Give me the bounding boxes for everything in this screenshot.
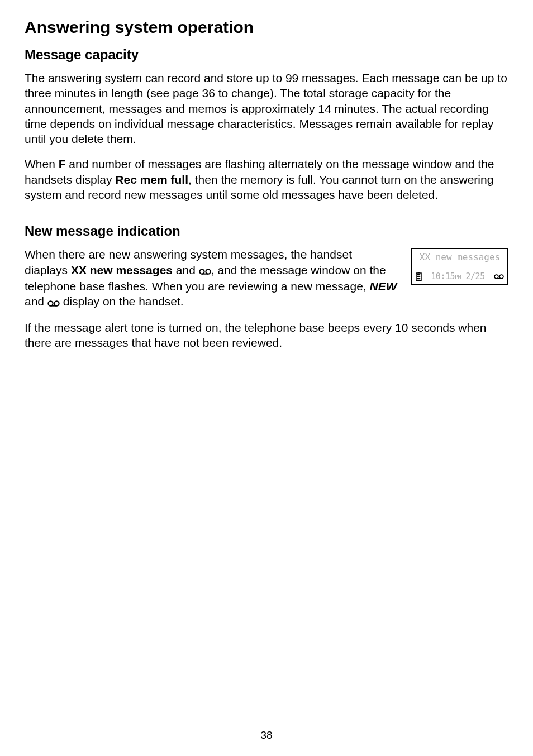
bold-f: F xyxy=(59,157,66,170)
bold-xx-new-messages: XX new messages xyxy=(71,264,173,276)
svg-point-1 xyxy=(206,270,210,274)
indication-para-1: When there are new answering system mess… xyxy=(25,247,398,310)
svg-point-4 xyxy=(54,301,59,305)
tape-icon xyxy=(47,295,60,310)
section-heading-capacity: Message capacity xyxy=(25,47,508,63)
lcd-line-2: 10:15PM 2/25 xyxy=(415,271,505,281)
bold-rec-mem-full: Rec mem full xyxy=(115,173,188,186)
page-title: Answering system operation xyxy=(25,18,508,37)
indication-para-2: If the message alert tone is turned on, … xyxy=(25,320,508,351)
text-fragment: and xyxy=(173,264,199,276)
section-heading-indication: New message indication xyxy=(25,223,508,239)
text-fragment: display on the handset. xyxy=(60,295,184,308)
lcd-date: 2/25 xyxy=(466,271,485,281)
lcd-line-1: XX new messages xyxy=(415,252,505,262)
lcd-display: XX new messages 10:15PM 2/25 xyxy=(411,248,508,285)
svg-rect-9 xyxy=(417,276,420,277)
svg-rect-10 xyxy=(417,278,420,279)
lcd-minute: 15 xyxy=(445,271,455,281)
capacity-para-2: When F and number of messages are flashi… xyxy=(25,156,508,202)
lcd-ampm: PM xyxy=(455,274,461,280)
tape-icon xyxy=(494,271,504,281)
battery-icon xyxy=(416,272,422,281)
bold-italic-new: NEW xyxy=(370,280,397,293)
svg-point-11 xyxy=(494,275,498,279)
text-fragment: When xyxy=(25,157,59,170)
svg-rect-8 xyxy=(417,274,420,275)
svg-point-0 xyxy=(199,270,204,274)
content-with-aside: When there are new answering system mess… xyxy=(25,247,508,320)
tape-icon xyxy=(199,263,211,278)
content-left: When there are new answering system mess… xyxy=(25,247,398,320)
svg-point-3 xyxy=(48,301,53,305)
capacity-para-1: The answering system can record and stor… xyxy=(25,70,508,146)
lcd-time: 10:15PM 2/25 xyxy=(431,271,484,281)
lcd-hour: 10 xyxy=(431,271,440,281)
page-number: 38 xyxy=(0,729,533,741)
text-fragment: and xyxy=(25,295,47,308)
svg-point-12 xyxy=(499,275,503,279)
